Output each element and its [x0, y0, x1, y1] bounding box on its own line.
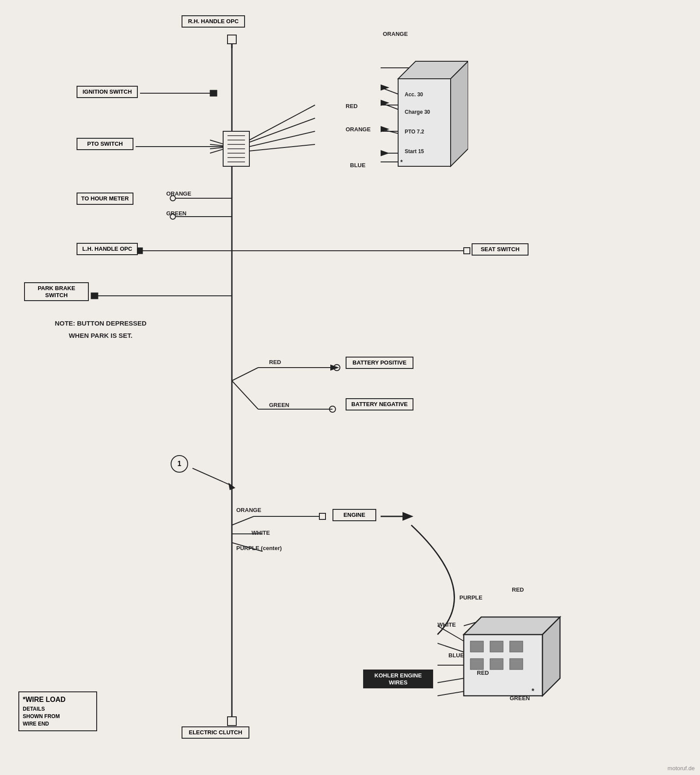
svg-marker-72	[381, 150, 389, 156]
svg-line-35	[192, 468, 232, 486]
red-kohler-top-label: RED	[512, 586, 524, 593]
svg-marker-70	[381, 100, 389, 106]
svg-line-48	[249, 144, 315, 151]
circle-number: 1	[178, 460, 182, 468]
kohler-svg: *	[438, 600, 578, 722]
svg-line-28	[232, 368, 258, 381]
circle-1: 1	[171, 455, 188, 473]
svg-rect-27	[91, 293, 98, 299]
pto-switch-box: PTO SWITCH	[77, 138, 133, 150]
svg-marker-43	[402, 512, 413, 521]
svg-line-37	[232, 516, 254, 525]
green-battery-label: GREEN	[269, 402, 289, 408]
orange-engine-label: ORANGE	[236, 507, 261, 513]
kohler-engine-wires-box: KOHLER ENGINE WIRES	[363, 670, 433, 688]
park-brake-switch-box: PARK BRAKE SWITCH	[24, 282, 89, 301]
svg-marker-69	[381, 84, 389, 91]
svg-line-32	[232, 381, 258, 409]
seat-switch-box: SEAT SWITCH	[472, 243, 528, 256]
red-kohler-bottom-label: RED	[477, 670, 489, 676]
green-hour-label: GREEN	[166, 210, 186, 217]
electric-clutch-box: ELECTRIC CLUTCH	[182, 726, 249, 739]
orange-top-label: ORANGE	[383, 31, 408, 37]
svg-line-83	[438, 626, 464, 641]
footnote-line3: SHOWN FROM	[23, 713, 93, 720]
svg-rect-25	[464, 248, 470, 254]
lh-handle-opc-box: L.H. HANDLE OPC	[77, 243, 138, 255]
svg-text:*: *	[532, 687, 535, 695]
green-kohler-label: GREEN	[510, 695, 530, 701]
svg-rect-4	[210, 90, 217, 96]
svg-text:PTO 7.2: PTO 7.2	[405, 129, 424, 135]
svg-line-87	[438, 691, 464, 696]
ignition-switch-box: IGNITION SWITCH	[77, 86, 138, 98]
footnote-star: *WIRE LOAD	[23, 695, 93, 705]
svg-text:Start 15: Start 15	[405, 148, 424, 154]
purple-engine-label: PURPLE (center)	[236, 545, 282, 552]
keyswitch-svg: Acc. 30 Charge 30 PTO 7.2 Start 15 *	[381, 53, 468, 184]
wiring-svg	[0, 0, 700, 775]
svg-rect-44	[228, 717, 236, 726]
svg-rect-76	[470, 641, 483, 652]
svg-rect-77	[490, 641, 503, 652]
svg-line-84	[438, 643, 464, 652]
orange2-keyswitch-label: ORANGE	[346, 126, 371, 133]
keyswitch-diagram: Acc. 30 Charge 30 PTO 7.2 Start 15 *	[381, 53, 468, 184]
red-battery-label: RED	[269, 359, 281, 365]
note-line1: NOTE: BUTTON DEPRESSED	[26, 319, 175, 327]
orange-hour-label: ORANGE	[166, 190, 191, 197]
red-keyswitch-label: RED	[346, 103, 357, 109]
svg-rect-79	[470, 659, 483, 670]
engine-box: ENGINE	[332, 509, 376, 521]
blue-keyswitch-label: BLUE	[350, 162, 365, 168]
battery-negative-box: BATTERY NEGATIVE	[346, 398, 413, 410]
footnote-line2: DETAILS	[23, 705, 93, 713]
svg-rect-39	[319, 513, 326, 519]
svg-line-86	[438, 678, 464, 683]
svg-rect-80	[490, 659, 503, 670]
to-hour-meter-box: TO HOUR METER	[77, 193, 133, 205]
diagram-container: R.H. HANDLE OPC IGNITION SWITCH PTO SWIT…	[0, 0, 700, 775]
footnote-line4: WIRE END	[23, 720, 93, 728]
svg-line-45	[249, 105, 315, 140]
kohler-diagram: *	[438, 600, 578, 722]
white-kohler-label: WHITE	[438, 621, 456, 628]
battery-positive-box: BATTERY POSITIVE	[346, 357, 413, 369]
svg-rect-78	[510, 641, 523, 652]
watermark: motoruf.de	[668, 765, 695, 771]
note-line2: WHEN PARK IS SET.	[26, 332, 175, 339]
purple-kohler-label: PURPLE	[459, 594, 483, 601]
svg-rect-2	[228, 35, 236, 44]
svg-text:*: *	[400, 158, 403, 165]
blue-kohler-label: BLUE	[448, 652, 464, 659]
white-engine-label: WHITE	[252, 530, 270, 536]
svg-text:Charge 30: Charge 30	[405, 109, 430, 115]
svg-text:Acc. 30: Acc. 30	[405, 91, 423, 98]
rh-handle-opc-box: R.H. HANDLE OPC	[182, 15, 245, 28]
svg-rect-81	[510, 659, 523, 670]
svg-marker-59	[451, 61, 468, 166]
footnote-box: *WIRE LOAD DETAILS SHOWN FROM WIRE END	[18, 691, 97, 731]
